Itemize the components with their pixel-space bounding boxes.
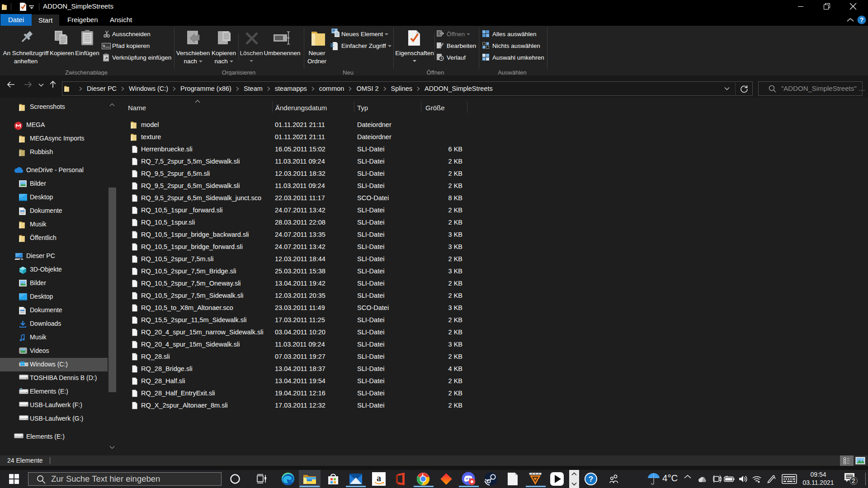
svg-text:2: 2 [852,477,855,484]
svg-text:a: a [377,473,381,483]
svg-text:?: ? [860,16,864,23]
svg-text:?: ? [589,475,593,483]
